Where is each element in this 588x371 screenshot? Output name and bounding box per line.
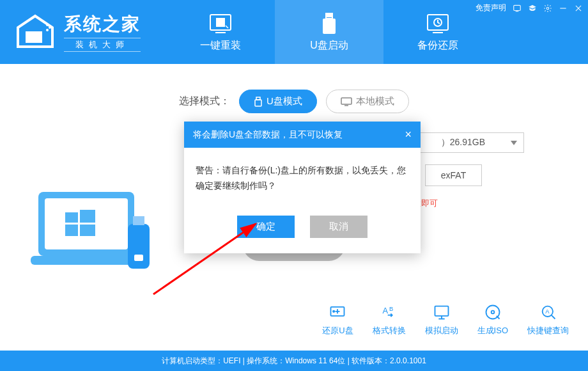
dialog-close-icon[interactable]: × [405, 128, 412, 141]
svg-text:A: A [382, 306, 388, 315]
simulate-icon [433, 303, 451, 321]
usb-icon [320, 12, 338, 35]
svg-text:A: A [545, 308, 550, 315]
dialog-body: 警告：请自行备份(L:)盘上的所有数据，以免丢失，您确定要继续制作吗？ [184, 148, 421, 209]
tool-shortcut-query[interactable]: A 快捷键查询 [527, 303, 569, 336]
tool-label: 格式转换 [373, 325, 406, 336]
backup-icon [425, 12, 451, 35]
format-exfat[interactable]: exFAT [425, 164, 482, 186]
app-header: 免责声明 系统之家 装机大师 一键重装 U盘启动 备份还原 [0, 0, 588, 64]
svg-rect-28 [31, 256, 142, 265]
dialog-title: 将会删除U盘全部数据，且不可以恢复 [193, 129, 343, 141]
svg-rect-16 [323, 19, 336, 34]
svg-point-6 [46, 24, 49, 26]
svg-point-1 [546, 7, 549, 10]
svg-rect-35 [134, 255, 143, 261]
tab-label: 一键重装 [200, 39, 241, 52]
shortcut-icon: A [539, 303, 557, 321]
svg-rect-24 [341, 98, 352, 104]
svg-rect-12 [221, 19, 224, 22]
dialog-footer: 确定 取消 [184, 209, 421, 253]
svg-rect-31 [65, 225, 78, 236]
svg-rect-13 [217, 23, 220, 26]
graduate-icon[interactable] [528, 4, 537, 13]
minimize-icon[interactable] [559, 4, 568, 13]
logo-area: 系统之家 装机大师 [0, 12, 141, 52]
svg-rect-18 [330, 15, 331, 17]
usb-small-icon [254, 97, 263, 107]
tool-format-convert[interactable]: AB 格式转换 [373, 303, 406, 336]
mode-btn-label: U盘模式 [267, 95, 302, 107]
svg-rect-0 [514, 5, 521, 10]
cancel-button[interactable]: 取消 [310, 216, 368, 238]
svg-rect-32 [80, 225, 95, 236]
config-tip: 认配置即可 [396, 198, 562, 209]
mode-label: 选择模式： [179, 95, 230, 108]
convert-icon: AB [380, 303, 398, 321]
iso-icon [484, 303, 502, 321]
tab-label: U盘启动 [310, 39, 348, 52]
local-mode-button[interactable]: 本地模式 [326, 90, 409, 113]
settings-icon[interactable] [543, 4, 552, 13]
tool-generate-iso[interactable]: 生成ISO [477, 303, 508, 336]
title-bar: 免责声明 [476, 3, 583, 13]
mode-row: 选择模式： U盘模式 本地模式 [26, 90, 562, 113]
dialog-header: 将会删除U盘全部数据，且不可以恢复 × [184, 122, 421, 148]
tab-usb-boot[interactable]: U盘启动 [275, 0, 383, 64]
tool-simulate-boot[interactable]: 模拟启动 [425, 303, 458, 336]
svg-rect-30 [80, 210, 95, 223]
logo-main-text: 系统之家 [64, 12, 141, 36]
tool-label: 快捷键查询 [527, 325, 569, 336]
tool-restore-usb[interactable]: 还原U盘 [322, 303, 353, 336]
ok-button[interactable]: 确定 [237, 216, 295, 238]
svg-rect-40 [435, 306, 448, 316]
tab-reinstall[interactable]: 一键重装 [166, 0, 275, 64]
svg-rect-23 [255, 100, 261, 106]
close-icon[interactable] [574, 4, 583, 13]
tool-label: 还原U盘 [322, 325, 353, 336]
bottom-tools: 还原U盘 AB 格式转换 模拟启动 生成ISO A 快捷键查询 [322, 303, 569, 336]
logo-icon [13, 13, 58, 51]
svg-rect-11 [217, 19, 220, 22]
logo-sub-text: 装机大师 [64, 38, 141, 52]
reinstall-icon [208, 12, 233, 35]
svg-point-37 [333, 311, 334, 312]
chevron-down-icon [511, 141, 517, 145]
svg-point-8 [46, 29, 49, 31]
status-bar: 计算机启动类型：UEFI | 操作系统：Windows 11 64位 | 软件版… [0, 351, 588, 371]
svg-rect-14 [221, 23, 224, 26]
usb-mode-button[interactable]: U盘模式 [239, 90, 317, 113]
monitor-small-icon [341, 97, 352, 106]
svg-line-46 [551, 315, 555, 319]
mode-btn-label: 本地模式 [356, 95, 394, 107]
device-value: ）26.91GB [441, 137, 485, 148]
svg-rect-5 [26, 31, 42, 43]
nav-tabs: 一键重装 U盘启动 备份还原 [166, 0, 492, 64]
svg-text:B: B [389, 306, 393, 312]
laptop-illustration [26, 186, 160, 288]
disclaimer-link[interactable]: 免责声明 [476, 3, 506, 13]
svg-rect-34 [133, 216, 144, 225]
svg-rect-17 [327, 15, 329, 17]
svg-rect-29 [65, 212, 78, 223]
svg-rect-27 [45, 198, 128, 249]
svg-point-44 [491, 311, 494, 314]
tab-label: 备份还原 [417, 39, 458, 52]
feedback-icon[interactable] [513, 4, 522, 13]
svg-rect-33 [128, 224, 150, 269]
confirm-dialog: 将会删除U盘全部数据，且不可以恢复 × 警告：请自行备份(L:)盘上的所有数据，… [184, 122, 421, 253]
svg-point-7 [49, 26, 51, 29]
tool-label: 模拟启动 [425, 325, 458, 336]
restore-icon [329, 303, 346, 321]
tool-label: 生成ISO [477, 325, 508, 336]
